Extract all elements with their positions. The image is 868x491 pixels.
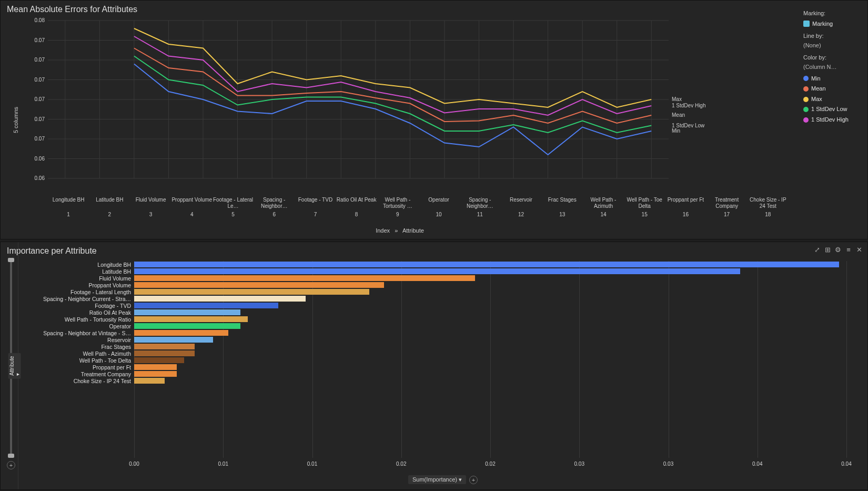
x-category-label: Operator10 bbox=[418, 197, 459, 218]
x-category-label: Latitude BH2 bbox=[89, 197, 130, 218]
bar-fill bbox=[134, 268, 740, 274]
x-title-sep: » bbox=[395, 227, 398, 234]
bar-row[interactable]: Fluid Volume bbox=[29, 275, 846, 282]
bar-row[interactable]: Longitude BH bbox=[29, 261, 846, 268]
y-slider-thumb-bottom[interactable] bbox=[8, 454, 14, 458]
bar-row[interactable]: Choke Size - IP 24 Test bbox=[29, 377, 846, 384]
bar-fill bbox=[134, 309, 240, 315]
legend-item[interactable]: Min bbox=[803, 74, 863, 84]
x-category-label: Proppant Volume4 bbox=[171, 197, 213, 218]
x-category-label: Fluid Volume3 bbox=[130, 197, 171, 218]
legend-colorby-label: Color by: bbox=[803, 53, 863, 63]
bar-row[interactable]: Frac Stages bbox=[29, 343, 846, 350]
importance-panel: Importance per Attribute ⤢ ⊞ ⚙ ≡ ✕ + Att… bbox=[0, 242, 868, 490]
svg-text:0.08: 0.08 bbox=[35, 17, 45, 23]
bar-row[interactable]: Footage - TVD bbox=[29, 302, 846, 309]
svg-text:0.07: 0.07 bbox=[35, 116, 45, 122]
legend-item[interactable]: Max bbox=[803, 95, 863, 104]
x-category-label: Well Path - Azimuth14 bbox=[583, 197, 624, 218]
svg-text:0.07: 0.07 bbox=[35, 96, 45, 102]
bar-track bbox=[134, 262, 846, 267]
bar-row[interactable]: Ratio Oil At Peak bbox=[29, 309, 846, 316]
x-category-label: Well Path - Tortuosity …9 bbox=[377, 197, 418, 218]
svg-text:1 StdDev Low: 1 StdDev Low bbox=[672, 123, 705, 128]
bar-row[interactable]: Treatment Company bbox=[29, 370, 846, 377]
bar-row[interactable]: Spacing - Neighbor Current - Stra… bbox=[29, 295, 846, 302]
bar-label: Spacing - Neighbor Current - Stra… bbox=[29, 296, 134, 302]
x-category-label: Choke Size - IP 24 Test18 bbox=[748, 197, 789, 218]
bar-chart-bars: Longitude BH Latitude BH Fluid Volume Pr… bbox=[29, 261, 846, 384]
bar-label: Fluid Volume bbox=[29, 275, 134, 282]
bar-fill bbox=[134, 296, 306, 302]
bar-track bbox=[134, 282, 846, 288]
bar-track bbox=[134, 344, 846, 349]
y-slider-thumb-top[interactable] bbox=[8, 258, 14, 262]
marking-swatch bbox=[803, 21, 810, 27]
bar-track bbox=[134, 268, 846, 274]
bar-fill bbox=[134, 357, 184, 363]
x-category-label: Ratio Oil At Peak8 bbox=[336, 197, 377, 218]
legend-dot bbox=[803, 97, 809, 102]
svg-text:0.07: 0.07 bbox=[35, 77, 45, 83]
bar-fill bbox=[134, 282, 384, 288]
bar-row[interactable]: Footage - Lateral Length bbox=[29, 288, 846, 295]
x-axis-selector: Sum(Importance) ▾ + bbox=[408, 475, 478, 484]
bar-label: Reservoir bbox=[29, 337, 134, 343]
bar-row[interactable]: Operator bbox=[29, 323, 846, 329]
bar-fill bbox=[134, 344, 195, 349]
bar-fill bbox=[134, 330, 228, 336]
bar-label: Well Path - Toe Delta bbox=[29, 357, 134, 364]
svg-text:0.07: 0.07 bbox=[35, 37, 45, 43]
bar-fill bbox=[134, 371, 177, 377]
bar-x-tick: 0.04 bbox=[752, 461, 762, 467]
svg-text:Max: Max bbox=[672, 96, 682, 102]
legend-marking-item[interactable]: Marking bbox=[803, 19, 863, 29]
bar-track bbox=[134, 316, 846, 322]
bar-row[interactable]: Well Path - Azimuth bbox=[29, 350, 846, 357]
bar-x-tick: 0.00 bbox=[129, 461, 139, 467]
line-chart-area: 0.060.060.070.070.070.070.070.070.08Max1… bbox=[1, 1, 799, 239]
bar-x-tick: 0.02 bbox=[485, 461, 495, 467]
legend-item[interactable]: 1 StdDev High bbox=[803, 115, 863, 125]
x-title-attr: Attribute bbox=[402, 227, 424, 234]
bar-row[interactable]: Well Path - Tortuosity Ratio bbox=[29, 316, 846, 323]
legend-dot bbox=[803, 107, 809, 112]
bar-fill bbox=[134, 378, 165, 384]
x-title-index: Index bbox=[376, 227, 390, 234]
bar-label: Footage - TVD bbox=[29, 303, 134, 309]
legend-item[interactable]: 1 StdDev Low bbox=[803, 105, 863, 114]
y-axis-add-button[interactable]: + bbox=[7, 461, 15, 469]
mae-panel: Mean Absolute Errors for Attributes 5 co… bbox=[0, 0, 868, 239]
bar-label: Proppant Volume bbox=[29, 282, 134, 288]
bar-x-tick: 0.03 bbox=[574, 461, 584, 467]
y-axis-controls: + Attribute ▾ bbox=[1, 242, 18, 489]
legend-item-label: 1 StdDev High bbox=[811, 115, 849, 125]
x-category-label: Footage - Lateral Le…5 bbox=[213, 197, 254, 218]
bar-row[interactable]: Proppant Volume bbox=[29, 282, 846, 288]
legend-item-label: Max bbox=[811, 95, 822, 104]
legend-item[interactable]: Mean bbox=[803, 84, 863, 94]
x-category-label: Proppant per Ft16 bbox=[665, 197, 706, 218]
bar-chart-area[interactable]: Longitude BH Latitude BH Fluid Volume Pr… bbox=[18, 242, 867, 489]
bar-track bbox=[134, 371, 846, 377]
bar-x-tick: 0.03 bbox=[663, 461, 673, 467]
bar-track bbox=[134, 350, 846, 356]
bar-label: Well Path - Azimuth bbox=[29, 350, 134, 357]
bar-track bbox=[134, 357, 846, 363]
legend-series-list: MinMeanMax1 StdDev Low1 StdDev High bbox=[803, 74, 863, 125]
bar-row[interactable]: Latitude BH bbox=[29, 268, 846, 275]
line-chart-svg[interactable]: 0.060.060.070.070.070.070.070.070.08Max1… bbox=[27, 15, 721, 194]
bar-row[interactable]: Reservoir bbox=[29, 336, 846, 343]
bar-row[interactable]: Well Path - Toe Delta bbox=[29, 357, 846, 364]
x-axis-add-button[interactable]: + bbox=[469, 476, 478, 484]
bar-row[interactable]: Proppant per Ft bbox=[29, 364, 846, 370]
legend-item-label: 1 StdDev Low bbox=[811, 105, 847, 114]
x-axis-selector-button[interactable]: Sum(Importance) ▾ bbox=[408, 475, 466, 484]
bar-label: Longitude BH bbox=[29, 262, 134, 268]
bar-x-tick: 0.01 bbox=[218, 461, 228, 467]
bar-fill bbox=[134, 316, 248, 322]
bar-row[interactable]: Spacing - Neighbor at Vintage - S… bbox=[29, 329, 846, 336]
bar-fill bbox=[134, 337, 213, 343]
bar-label: Footage - Lateral Length bbox=[29, 289, 134, 295]
bar-label: Spacing - Neighbor at Vintage - S… bbox=[29, 330, 134, 336]
